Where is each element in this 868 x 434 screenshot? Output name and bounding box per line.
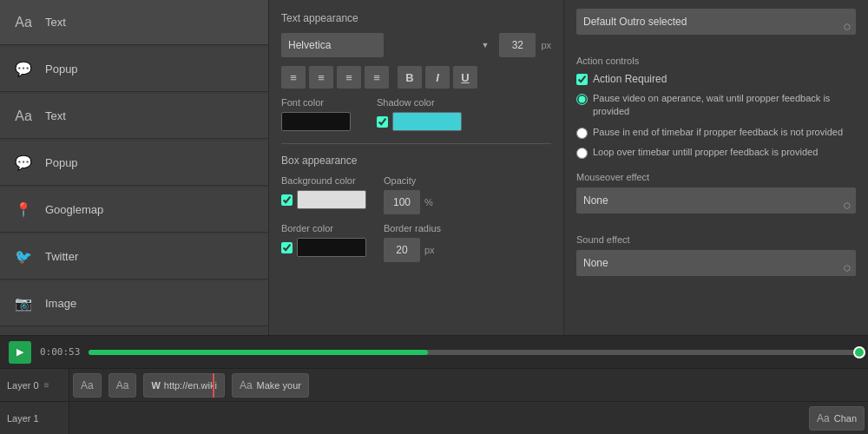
layer1-chip-chan[interactable]: Aa Chan [809, 406, 865, 431]
align-center-button[interactable]: ≡ [309, 66, 333, 89]
opacity-input[interactable] [384, 190, 420, 214]
layer1-label: Layer 1 [0, 402, 69, 434]
border-color-field: Border color [281, 223, 366, 262]
radio-pause-end-label: Pause in end of timebar if propper feedb… [593, 126, 843, 139]
underline-button[interactable]: U [453, 66, 477, 89]
radio-pause-aperance[interactable] [576, 94, 588, 105]
font-size-unit: px [541, 40, 551, 50]
shadow-color-checkbox[interactable] [377, 116, 388, 128]
mouseover-dropdown-wrapper: None [576, 187, 856, 224]
opacity-row: % [384, 190, 433, 214]
image-label: Image [45, 297, 76, 310]
sidebar-item-text2[interactable]: Aa Text [0, 94, 268, 139]
radio-pause-end[interactable] [576, 128, 588, 139]
outro-dropdown[interactable]: Default Outro selected [576, 9, 856, 35]
font-color-swatch[interactable] [281, 112, 351, 131]
font-row: Helvetica Arial Times New Roman px [281, 33, 551, 57]
section-divider [281, 143, 551, 144]
popup2-label: Popup [45, 156, 78, 169]
mouseover-section: Mouseover effect None [576, 172, 856, 224]
time-value: 0:00:53 [40, 346, 80, 358]
layer1-name: Layer 1 [7, 413, 39, 424]
shadow-color-label: Shadow color [377, 97, 462, 108]
border-radius-label: Border radius [384, 223, 441, 233]
sound-dropdown-wrapper: None [576, 250, 856, 286]
text1-icon: Aa [12, 11, 35, 34]
layer1-items: Aa Chan [69, 402, 868, 434]
color-row: Font color Shadow color [281, 97, 551, 131]
twitter-label: Twitter [45, 250, 78, 263]
bg-color-swatch[interactable] [297, 190, 366, 209]
left-panel: Aa Text 💬 Popup Aa Text 💬 Popup 📍 Google… [0, 0, 269, 335]
border-color-checkbox[interactable] [281, 242, 293, 253]
text2-label: Text [45, 109, 66, 122]
layer0-icon: ≡ [44, 380, 49, 390]
layer0-chip-makeyour[interactable]: Aa Make your [232, 373, 309, 398]
sidebar-item-twitter[interactable]: 🐦 Twitter [0, 234, 268, 279]
layer0-chip-aa1[interactable]: Aa [73, 373, 102, 398]
font-select[interactable]: Helvetica Arial Times New Roman [281, 33, 384, 57]
layer0-items: Aa Aa W http://en.wiki Aa Make your [69, 369, 868, 401]
layer0-label: Layer 0 ≡ [0, 369, 69, 401]
shadow-color-group: Shadow color [377, 97, 462, 131]
play-button[interactable]: ▶ [9, 341, 31, 364]
border-row: Border color Border radius px [281, 223, 551, 262]
italic-button[interactable]: I [425, 66, 450, 89]
bg-color-checkbox[interactable] [281, 194, 293, 206]
radio-group: Pause video on aperance, wait until prop… [576, 92, 856, 160]
wiki-icon: W [151, 380, 160, 391]
font-size-input[interactable] [499, 33, 536, 57]
play-icon: ▶ [16, 346, 23, 358]
font-color-inner [281, 112, 351, 131]
mouseover-dropdown[interactable]: None [576, 187, 856, 214]
opacity-label: Opacity [384, 175, 433, 186]
timeline-handle[interactable] [853, 346, 865, 358]
popup1-icon: 💬 [12, 58, 35, 81]
shadow-color-swatch[interactable] [392, 112, 462, 131]
text2-icon: Aa [12, 105, 35, 128]
radio-pause-aperance-label: Pause video on aperance, wait until prop… [593, 92, 856, 119]
sidebar-item-popup2[interactable]: 💬 Popup [0, 141, 268, 186]
radio-loop[interactable] [576, 148, 588, 159]
timeline-track[interactable] [89, 350, 859, 355]
popup1-label: Popup [45, 62, 78, 76]
font-color-group: Font color [281, 97, 351, 131]
chan-icon: Aa [817, 412, 830, 424]
opacity-unit: % [424, 197, 433, 207]
middle-panel: Text appearance Helvetica Arial Times Ne… [269, 0, 564, 335]
layer0-name: Layer 0 [7, 380, 39, 391]
align-justify-button[interactable]: ≡ [365, 66, 389, 89]
googlemap-label: Googlemap [45, 203, 103, 216]
radio-item-3: Loop over timebar untill propper feedbac… [576, 146, 856, 159]
makeyour-icon: Aa [240, 379, 253, 391]
sidebar-item-popup1[interactable]: 💬 Popup [0, 47, 268, 92]
align-row: ≡ ≡ ≡ ≡ B I U [281, 66, 551, 89]
sound-effect-title: Sound effect [576, 234, 856, 245]
text1-label: Text [45, 16, 66, 29]
action-required-checkbox[interactable] [576, 74, 588, 85]
bg-color-field: Background color [281, 175, 366, 214]
align-right-button[interactable]: ≡ [337, 66, 361, 89]
border-color-swatch[interactable] [297, 238, 366, 257]
radio-loop-label: Loop over timebar untill propper feedbac… [593, 146, 818, 159]
border-radius-row: px [384, 238, 441, 262]
box-appearance-title: Box appearance [281, 155, 551, 167]
time-display: 0:00:53 [40, 346, 80, 358]
bg-color-inner [281, 190, 366, 209]
border-color-label: Border color [281, 223, 366, 233]
chan-text: Chan [834, 413, 857, 424]
layer0-chip-aa2[interactable]: Aa [108, 373, 137, 398]
align-left-button[interactable]: ≡ [281, 66, 306, 89]
font-select-wrapper: Helvetica Arial Times New Roman [281, 33, 494, 57]
sidebar-item-googlemap[interactable]: 📍 Googlemap [0, 187, 268, 233]
twitter-icon: 🐦 [12, 246, 35, 268]
text-appearance-title: Text appearance [281, 12, 551, 24]
bold-button[interactable]: B [398, 66, 422, 89]
sidebar-item-text1[interactable]: Aa Text [0, 0, 268, 45]
sound-dropdown[interactable]: None [576, 250, 856, 276]
action-required-row: Action Required [576, 73, 856, 85]
sidebar-item-image[interactable]: 📷 Image [0, 281, 268, 326]
opacity-field: Opacity % [384, 175, 433, 214]
border-radius-input[interactable] [384, 238, 420, 262]
chip-aa1-icon: Aa [81, 379, 94, 391]
